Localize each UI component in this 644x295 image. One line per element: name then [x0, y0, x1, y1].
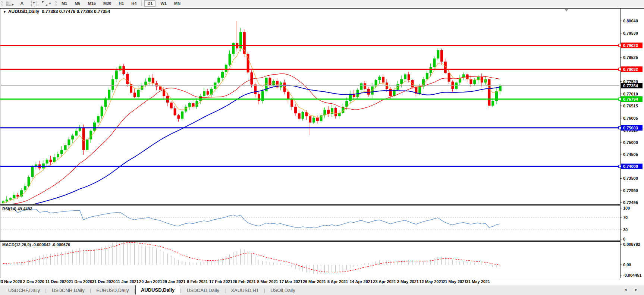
- price-tick-label: 0.72495: [623, 200, 638, 205]
- date-tick-label: 8 Mar 2021: [257, 279, 278, 284]
- chart-tab-usdcnh[interactable]: USDCNH,Daily: [47, 286, 90, 294]
- price-tick-label: 0.78525: [623, 55, 638, 60]
- price-tick-label: 0.76515: [623, 104, 638, 108]
- date-tick-label: 31 Dec 2020: [92, 279, 116, 284]
- ohlc-values: 0.77383 0.77476 0.77298 0.77354: [42, 9, 110, 14]
- price-tick-label: 0.74505: [623, 152, 638, 157]
- date-tick-label: 3 May 2021: [397, 279, 419, 284]
- price-tick-label: 0.79530: [623, 31, 638, 35]
- date-tick-label: 21 Dec 2020: [69, 279, 92, 284]
- price-tick-label: 0.73500: [623, 176, 638, 181]
- svg-text:0.74000: 0.74000: [623, 164, 638, 169]
- date-tick-label: 21 May 2021: [443, 279, 466, 284]
- date-tick-label: 11 Dec 2020: [45, 279, 69, 284]
- macd-tick-label: -0.004451: [623, 273, 642, 277]
- date-tick-label: 23 Apr 2021: [373, 279, 396, 284]
- date-tick-label: 17 Feb 2021: [209, 279, 232, 284]
- chart-tab-audusd[interactable]: AUDUSD,Daily: [135, 285, 180, 295]
- mt4-window: F A T ▼ M1M5M15M30H1H4D1W1MN ▼AUDUSD,Dai…: [0, 0, 644, 295]
- chart-tab-usoil[interactable]: USOil,Daily: [265, 286, 300, 294]
- price-tick-label: 0.77010: [623, 92, 638, 96]
- chart-tab-usdchf[interactable]: USDCHF,Daily: [3, 286, 45, 294]
- chart-tab-bar: USDCHF,Daily|USDCNH,Daily|EURUSD,Daily|A…: [0, 285, 644, 295]
- date-tick-label: 2 Dec 2020: [23, 279, 44, 284]
- date-tick-label: 17 Mar 2021: [279, 279, 302, 284]
- date-tick-label: 26 Feb 2021: [233, 279, 256, 284]
- tab-scroll-arrows[interactable]: ◄ ►: [623, 288, 641, 292]
- date-tick-label: 20 Jan 2021: [139, 279, 162, 284]
- symbol-period-label: AUDUSD,Daily: [8, 9, 39, 14]
- date-tick-label: 26 Mar 2021: [303, 279, 326, 284]
- chart-tab-xauusd[interactable]: XAUUSD,H1: [226, 286, 264, 294]
- main-panel: [0, 9, 620, 205]
- collapse-icon[interactable]: ▼: [3, 10, 6, 14]
- rsi-tick-label: 70: [623, 215, 628, 220]
- date-tick-label: 11 Jan 2021: [116, 279, 139, 284]
- chart-tab-eurusd[interactable]: EURUSD,Daily: [91, 286, 134, 294]
- date-tick-label: 29 Jan 2021: [163, 279, 186, 284]
- date-axis: 23 Nov 20202 Dec 202011 Dec 202021 Dec 2…: [0, 278, 644, 285]
- date-tick-label: 14 Apr 2021: [350, 279, 373, 284]
- rsi-tick-label: 30: [623, 227, 628, 232]
- price-tick-label: 0.72990: [623, 188, 638, 193]
- svg-text:0.77354: 0.77354: [623, 84, 638, 88]
- chart-canvas[interactable]: 0.800400.795300.785250.775200.770100.765…: [0, 0, 644, 278]
- svg-text:0.75603: 0.75603: [623, 126, 638, 130]
- svg-text:0.78032: 0.78032: [623, 67, 638, 72]
- rsi-tick-label: 100: [623, 206, 630, 210]
- chart-tab-usdcad[interactable]: USDCAD,Daily: [182, 286, 224, 294]
- macd-tick-label: 0.008782: [623, 242, 640, 247]
- price-tick-label: 0.80040: [623, 19, 638, 23]
- macd-tick-label: 0.00: [623, 263, 631, 267]
- price-tick-label: 0.75000: [623, 140, 638, 145]
- date-tick-label: 8 Feb 2021: [187, 279, 208, 284]
- rsi-tick-label: 0: [623, 237, 625, 241]
- rsi-panel: [0, 206, 620, 241]
- date-tick-label: 23 Nov 2020: [0, 279, 22, 284]
- svg-text:0.79023: 0.79023: [623, 43, 638, 48]
- price-tick-label: 0.76005: [623, 116, 638, 120]
- svg-text:0.76794: 0.76794: [623, 97, 638, 101]
- date-tick-label: 5 Apr 2021: [327, 279, 348, 284]
- date-tick-label: 31 May 2021: [466, 279, 490, 284]
- chart-title[interactable]: ▼AUDUSD,Daily 0.77383 0.77476 0.77298 0.…: [3, 9, 110, 14]
- macd-label: MACD(12,26,9) -0.000642 -0.000676: [2, 242, 70, 247]
- rsi-label: RSI(14) 49.4492: [2, 207, 32, 211]
- date-tick-label: 12 May 2021: [419, 279, 443, 284]
